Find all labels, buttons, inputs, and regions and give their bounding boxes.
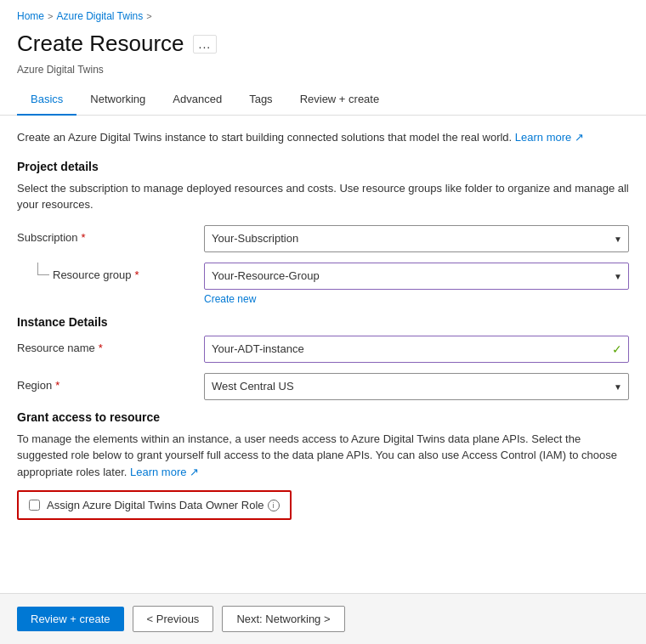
region-select-wrapper: West Central US ▼ (204, 373, 629, 400)
grant-access-title: Grant access to resource (17, 410, 629, 424)
create-new-link[interactable]: Create new (204, 293, 256, 305)
resource-name-row: Resource name* ✓ (17, 336, 629, 363)
data-owner-role-label: Assign Azure Digital Twins Data Owner Ro… (47, 499, 264, 511)
page-title: Create Resource (17, 31, 184, 57)
rg-label-area: Resource group* (49, 263, 139, 281)
subscription-label-col: Subscription* (17, 225, 204, 244)
tab-networking[interactable]: Networking (76, 84, 159, 116)
region-label: Region* (17, 379, 204, 392)
breadcrumb-azure-digital-twins[interactable]: Azure Digital Twins (56, 10, 143, 22)
instance-details-section: Instance Details Resource name* ✓ (17, 315, 629, 400)
region-row: Region* West Central US ▼ (17, 373, 629, 400)
tab-review-create[interactable]: Review + create (286, 84, 394, 116)
breadcrumb-sep2: > (146, 11, 151, 21)
tab-advanced[interactable]: Advanced (159, 84, 235, 116)
tab-basics[interactable]: Basics (17, 84, 76, 116)
rg-hline-wrap (37, 274, 49, 275)
subscription-select[interactable]: Your-Subscription (204, 225, 629, 252)
grant-access-section: Grant access to resource To manage the e… (17, 410, 629, 521)
grant-access-desc: To manage the elements within an instanc… (17, 431, 629, 481)
info-icon[interactable]: i (268, 500, 280, 511)
intro-text: Create an Azure Digital Twins instance t… (17, 129, 629, 146)
subscription-label: Subscription* (17, 231, 204, 244)
review-create-button[interactable]: Review + create (17, 607, 124, 631)
rg-horizontal-line (37, 274, 49, 275)
page-subtitle: Azure Digital Twins (0, 64, 646, 84)
breadcrumb-home[interactable]: Home (17, 10, 44, 22)
content-area: Create an Azure Digital Twins instance t… (0, 116, 646, 534)
tab-tags[interactable]: Tags (235, 84, 286, 116)
tabs-bar: Basics Networking Advanced Tags Review +… (0, 84, 646, 116)
resource-name-input[interactable] (204, 336, 629, 363)
resource-group-select-wrapper: Your-Resource-Group ▼ (204, 263, 629, 290)
resource-group-control: Your-Resource-Group ▼ Create new (204, 263, 629, 305)
subscription-select-wrapper: Your-Subscription ▼ (204, 225, 629, 252)
resource-name-label-col: Resource name* (17, 336, 204, 354)
page-header: Create Resource ... (0, 27, 646, 64)
project-details-title: Project details (17, 160, 629, 173)
region-label-col: Region* (17, 373, 204, 392)
resource-name-control: ✓ (204, 336, 629, 363)
resource-name-label: Resource name* (17, 342, 204, 354)
project-details-desc: Select the subscription to manage deploy… (17, 180, 629, 213)
breadcrumb-sep1: > (48, 11, 53, 21)
region-control: West Central US ▼ (204, 373, 629, 400)
rg-vertical-line (37, 263, 38, 274)
learn-more-grant-link[interactable]: Learn more ↗ (130, 466, 199, 478)
subscription-row: Subscription* Your-Subscription ▼ (17, 225, 629, 252)
subscription-control: Your-Subscription ▼ (204, 225, 629, 252)
resource-group-select[interactable]: Your-Resource-Group (204, 263, 629, 290)
previous-button[interactable]: < Previous (133, 606, 214, 632)
resource-group-label: Resource group* (53, 268, 139, 281)
ellipsis-button[interactable]: ... (193, 35, 218, 54)
resource-group-row: Resource group* Your-Resource-Group ▼ Cr… (17, 263, 629, 305)
breadcrumb: Home > Azure Digital Twins > (0, 0, 646, 27)
region-select[interactable]: West Central US (204, 373, 629, 400)
resource-group-label-col: Resource group* (17, 263, 204, 281)
next-networking-button[interactable]: Next: Networking > (222, 606, 344, 632)
resource-name-check-icon: ✓ (612, 342, 622, 356)
footer-bar: Review + create < Previous Next: Network… (0, 593, 646, 644)
instance-details-title: Instance Details (17, 315, 629, 329)
checkbox-container: Assign Azure Digital Twins Data Owner Ro… (17, 490, 292, 520)
learn-more-intro-link[interactable]: Learn more ↗ (515, 131, 584, 144)
data-owner-role-checkbox[interactable] (29, 500, 40, 511)
resource-name-input-wrapper: ✓ (204, 336, 629, 363)
rg-indent-lines (37, 263, 49, 281)
